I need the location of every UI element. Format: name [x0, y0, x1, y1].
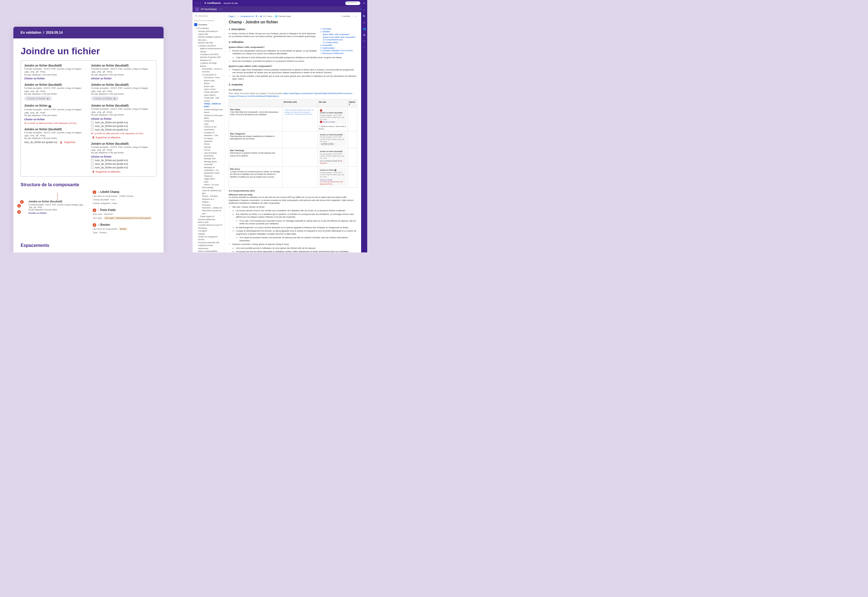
checkbox[interactable] [91, 121, 93, 123]
tree-item[interactable]: Formations UI/UX/RUX [194, 53, 223, 56]
checkbox[interactable] [91, 163, 93, 165]
tree-item[interactable]: Champ texte [194, 120, 223, 122]
choose-file-button[interactable]: Choisir un fichier [91, 77, 153, 80]
tree-item[interactable]: Direction plateformes [194, 218, 223, 221]
tree-item[interactable]: Système de design Beneva [194, 62, 223, 68]
checkbox[interactable] [91, 159, 93, 162]
toc-item[interactable]: Quand ne pas utiliser cette composante? [320, 36, 357, 39]
tree-item[interactable]: Formations [194, 230, 223, 232]
tree-item[interactable]: Bouton radio [194, 85, 223, 88]
tree-item[interactable]: Champ multi-ligne avec décom... [194, 108, 223, 114]
tree-item[interactable]: Champ date (avec option calendr... [194, 91, 223, 97]
tree-item[interactable]: Direction Site Web [194, 42, 223, 44]
tree-item[interactable]: List-box [194, 149, 223, 151]
toc-item[interactable]: 7. Ressources & Références [320, 52, 357, 55]
sidebar-search[interactable]: 🔍 Recherche [194, 14, 223, 18]
tree-item[interactable]: Champs de texte (Input fields) [194, 114, 223, 120]
people-icon[interactable]: 👥 [363, 27, 366, 30]
choose-file-button[interactable]: Choisir un fichier [91, 117, 153, 120]
tree-item[interactable]: Rôles et responsabilités [194, 250, 223, 252]
grid-icon[interactable]: ▦ [363, 33, 366, 36]
tree-item[interactable]: Recherche – création DS [194, 206, 223, 209]
tree-item[interactable]: Toggle switch [194, 178, 223, 180]
confluence-logo[interactable]: ✦ Confluence [204, 1, 221, 4]
tree-item[interactable]: Rencontres et points de suivi [194, 209, 223, 215]
delete-selection-button[interactable]: Supprimer la sélection [96, 170, 120, 173]
choose-file-button[interactable]: Choisir un fichier [24, 77, 86, 80]
tree-item[interactable]: Accessibilité – normes et recomma... [194, 68, 223, 73]
tree-item[interactable]: Gestion du changement [194, 235, 223, 238]
tree-item[interactable]: Champ - Joindre un fichier [194, 102, 223, 108]
tree-item[interactable]: Normes [194, 238, 223, 241]
tree-item[interactable]: Limite de caractères par ligne [194, 189, 223, 195]
tree-item[interactable]: Direction stratégie et gestion des produ… [194, 36, 223, 42]
nav-home[interactable]: Accueil de site [224, 2, 238, 4]
tree-item[interactable]: Direction performance et support web [194, 30, 223, 36]
toc-item[interactable]: 1. Description [320, 28, 357, 30]
login-icon[interactable]: ↪ [363, 2, 365, 4]
checkbox[interactable] [91, 128, 93, 131]
trash-icon[interactable]: 🗑 [60, 141, 62, 144]
delete-selection-button[interactable]: Supprimer la sélection [96, 136, 120, 139]
choose-file-button[interactable]: Choisir un fichier [91, 155, 153, 158]
crumb-parent[interactable]: Composants UX [240, 15, 254, 18]
tree-item[interactable]: Boîte à outils [194, 221, 223, 224]
toc-item[interactable]: 4. Accessibilité [320, 44, 357, 47]
tree-item[interactable]: Field-masking [194, 186, 223, 189]
tree-item[interactable]: Accordéons / Tiroirs [194, 76, 223, 79]
tree-item[interactable]: Case à cocher [194, 88, 223, 91]
tree-item[interactable]: Liste déroulante (Dropdown) [194, 152, 223, 157]
tree-item[interactable]: Infobulle [194, 146, 223, 149]
delete-button[interactable]: Supprimer [64, 141, 76, 144]
tree-item[interactable]: Hyperliens [194, 140, 223, 143]
tree-item[interactable]: Fil d'Ariane [194, 137, 223, 140]
tree-item[interactable]: Messages de confirmation – For... [194, 166, 223, 172]
checkbox[interactable] [91, 125, 93, 127]
tree-item[interactable]: Segmented Control [194, 172, 223, 175]
tree-item[interactable]: Rédaction UX [194, 59, 223, 62]
tree-item[interactable]: Message ciblé [194, 157, 223, 160]
tree-item[interactable]: Message global - composant [194, 160, 223, 166]
views-count[interactable]: 👁 5 views [263, 15, 272, 18]
tree-item[interactable]: Direction UI/UX/RUX [194, 45, 223, 48]
tree-item[interactable]: Composants UX [194, 73, 223, 77]
tree-item[interactable]: Combo-box (en construction) [194, 126, 223, 131]
space-name[interactable]: VP Numérique [201, 8, 217, 10]
toc-item[interactable]: Quand utiliser cette composante? [320, 33, 357, 36]
crumb-pages[interactable]: Pages [229, 15, 234, 18]
clock-icon[interactable]: ◷ [363, 21, 365, 24]
tree-item[interactable]: Compteur de caractères – Côté [194, 131, 223, 137]
toc-item[interactable]: 3.3 Contenu (RUX) [320, 41, 357, 44]
expand-icon[interactable]: ⤢ [355, 15, 357, 18]
sidebar-glossary[interactable]: Glossaires [194, 22, 223, 27]
edit-button[interactable]: ✎ Modifier [341, 15, 350, 18]
tree-item[interactable]: Vidéo [194, 181, 223, 183]
calendar-icon[interactable]: ▭ [363, 40, 366, 42]
tree-item[interactable]: Patterns [194, 200, 223, 203]
app-switcher-icon[interactable]: ⋮⋮⋮ [195, 2, 201, 4]
tree-item[interactable]: Normes – Principes directeurs de d... [194, 195, 223, 200]
tree-item[interactable]: Téléphone [194, 175, 223, 178]
tree-item[interactable]: Bottom sheet [194, 79, 223, 82]
tree-item[interactable]: Wizard – En cours [194, 183, 223, 186]
share-icon[interactable]: ⛓ [255, 15, 257, 18]
tree-item[interactable]: Gabarits [194, 233, 223, 235]
checkbox[interactable] [91, 166, 93, 169]
toc-item[interactable]: 6. Exemples d'utilisation ("do's & don't… [320, 49, 357, 52]
tree-item[interactable]: Champ date - Date connue [194, 97, 223, 102]
tree-item[interactable]: Connaître Beneva et notre VP Numérique [194, 224, 223, 230]
space-menu-icon[interactable]: ⋮⋮ [218, 8, 222, 10]
more-icon[interactable]: ⋯ [363, 46, 366, 48]
tree-item[interactable]: VP numérique [194, 27, 223, 30]
toc-item[interactable]: 5. Implémentation [320, 47, 357, 49]
tree-item[interactable]: Agilité et fonctionnement de l'équipe [194, 47, 223, 53]
tree-item[interactable]: Processus [194, 204, 223, 206]
global-search-input[interactable]: Recherche [345, 1, 360, 5]
help-icon[interactable]: ? [363, 9, 365, 12]
toc-item[interactable]: 2. Utilisation [320, 30, 357, 33]
more-actions-icon[interactable]: ⋯ [352, 15, 354, 18]
toc-item[interactable]: 3.2 Comportements (UX) [320, 39, 357, 41]
tree-item[interactable]: Projets équipe UX [194, 215, 223, 218]
search-icon[interactable]: 🔍 [363, 15, 366, 18]
choose-file-button[interactable]: Choisir un fichier [24, 118, 86, 121]
